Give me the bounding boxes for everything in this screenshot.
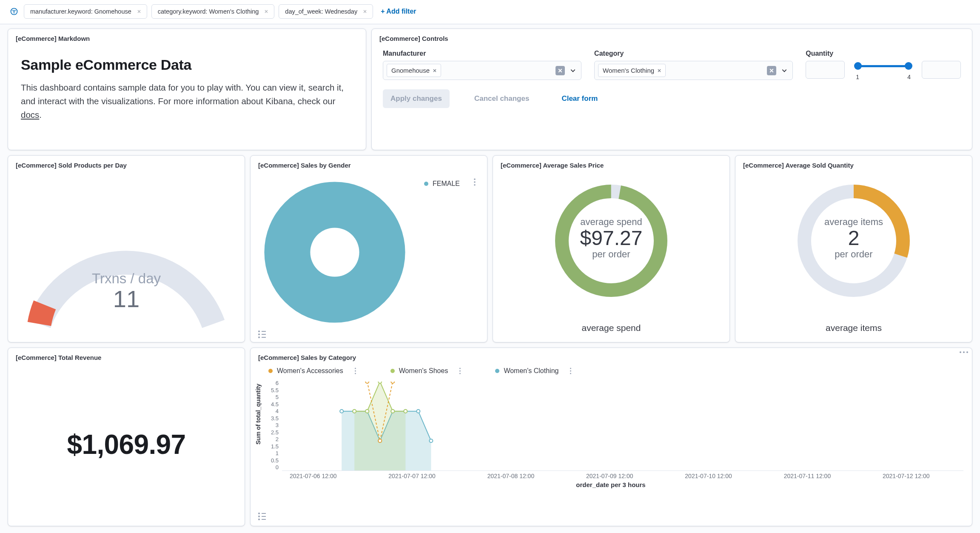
chevron-down-icon[interactable] [780,66,789,75]
svg-point-16 [459,368,461,369]
svg-point-12 [966,351,968,353]
ring-line1: average spend [493,217,729,228]
quantity-min-input[interactable] [806,61,845,79]
svg-point-21 [570,373,571,374]
filter-pill-manufacturer[interactable]: manufacturer.keyword: Gnomehouse [24,4,147,19]
svg-point-20 [570,371,571,372]
ring-value: $97.27 [493,228,729,249]
legend-swatch-icon [390,369,395,373]
filter-pill-day[interactable]: day_of_week: Wednesday [279,4,373,19]
combobox-token[interactable]: Gnomehouse [387,64,441,77]
filter-pill-text: category.keyword: Women's Clothing [158,9,259,15]
gauge-value: 11 [8,287,245,312]
panel-title: [eCommerce] Sales by Gender [251,156,487,171]
close-icon[interactable] [136,8,142,15]
category-combobox[interactable]: Women's Clothing [594,61,793,80]
svg-point-31 [365,410,369,413]
filter-pill-text: manufacturer.keyword: Gnomehouse [30,9,131,15]
close-icon[interactable] [433,69,436,72]
x-axis-ticks: 2021-07-06 12:002021-07-07 12:00 2021-07… [258,473,963,479]
ring-value: 2 [735,228,972,249]
quantity-slider[interactable]: 1 4 [854,61,912,79]
panel-markdown: [eCommerce] Markdown Sample eCommerce Da… [8,29,366,150]
close-icon[interactable] [263,8,270,15]
ring-line1: average items [735,217,972,228]
svg-point-17 [459,371,461,372]
x-axis-title: order_date per 3 hours [258,481,963,488]
ring-line3: per order [493,249,729,260]
donut-legend-item[interactable]: FEMALE [424,180,460,188]
svg-point-28 [416,410,420,413]
clear-icon[interactable] [767,66,776,75]
control-category: Category Women's Clothing [594,50,793,80]
svg-point-4 [474,181,476,183]
area-plot [282,382,963,471]
svg-point-29 [429,439,433,442]
clear-icon[interactable] [556,66,565,75]
svg-point-32 [378,382,382,383]
slider-tick-max: 4 [907,74,911,80]
svg-point-30 [353,410,356,413]
combobox-token[interactable]: Women's Clothing [598,64,666,77]
svg-point-19 [570,368,571,369]
svg-point-18 [459,373,461,374]
svg-point-13 [355,368,356,369]
svg-point-34 [404,410,407,413]
close-icon[interactable] [658,69,661,72]
y-axis-ticks: 65.5 54.5 43.5 32.5 21.5 10.5 0 [267,380,279,471]
control-label: Category [594,50,793,57]
control-label: Quantity [806,50,961,57]
svg-point-35 [365,382,369,383]
legend-actions-icon[interactable] [459,368,461,374]
panel-actions-icon[interactable] [959,351,969,354]
svg-point-2 [310,228,359,276]
panel-title: [eCommerce] Sold Products per Day [8,156,245,171]
legend-actions-icon[interactable] [570,368,572,374]
svg-point-15 [355,373,356,374]
legend-item-accessories[interactable]: Women's Accessories [268,367,356,375]
panel-total-revenue: [eCommerce] Total Revenue $1,069.97 [8,348,245,526]
toggle-legend-icon[interactable] [256,511,268,522]
panel-avg-sold-quantity: [eCommerce] Average Sold Quantity averag… [735,155,972,342]
svg-point-3 [474,178,476,180]
toggle-legend-icon[interactable] [256,329,268,340]
slider-tick-min: 1 [856,74,859,80]
legend-actions-icon[interactable] [354,368,356,374]
panel-title: [eCommerce] Total Revenue [8,348,245,363]
chevron-down-icon[interactable] [568,66,578,75]
area-legend: Women's Accessories Women's Shoes Women'… [258,365,963,380]
y-axis-title: Sum of total_quantity [255,384,262,445]
add-filter-button[interactable]: + Add filter [377,5,419,18]
panel-title: [eCommerce] Controls [372,29,972,44]
legend-actions-icon[interactable] [473,178,476,186]
panel-title: [eCommerce] Sales by Category [251,348,364,363]
panel-sales-by-category: [eCommerce] Sales by Category Women's Ac… [250,348,972,526]
legend-item-shoes[interactable]: Women's Shoes [390,367,462,375]
ring-caption: average items [735,323,972,333]
filter-icon[interactable] [9,6,20,17]
apply-changes-button[interactable]: Apply changes [383,89,450,108]
quantity-max-input[interactable] [922,61,961,79]
filter-pill-category[interactable]: category.keyword: Women's Clothing [151,4,275,19]
control-manufacturer: Manufacturer Gnomehouse [383,50,581,80]
manufacturer-combobox[interactable]: Gnomehouse [383,61,581,80]
panel-sales-by-gender: [eCommerce] Sales by Gender FEMALE [250,155,487,342]
panel-avg-sales-price: [eCommerce] Average Sales Price average … [493,155,730,342]
control-label: Manufacturer [383,50,581,57]
close-icon[interactable] [362,8,368,15]
docs-link[interactable]: docs [21,110,39,120]
clear-form-button[interactable]: Clear form [554,89,605,108]
slider-thumb-min[interactable] [854,62,862,70]
svg-point-14 [355,371,356,372]
ring-caption: average spend [493,323,729,333]
donut-chart [258,176,411,329]
panel-title: [eCommerce] Markdown [8,29,366,44]
dashboard-grid: [eCommerce] Markdown Sample eCommerce Da… [0,24,980,533]
panel-title: [eCommerce] Average Sales Price [493,156,729,171]
cancel-changes-button[interactable]: Cancel changes [467,89,537,108]
legend-item-clothing[interactable]: Women's Clothing [495,367,572,375]
gauge-subtitle: Trxns / day [8,271,245,287]
slider-thumb-max[interactable] [905,62,912,70]
svg-point-5 [474,184,476,186]
panel-sold-products: [eCommerce] Sold Products per Day Trxns … [8,155,245,342]
